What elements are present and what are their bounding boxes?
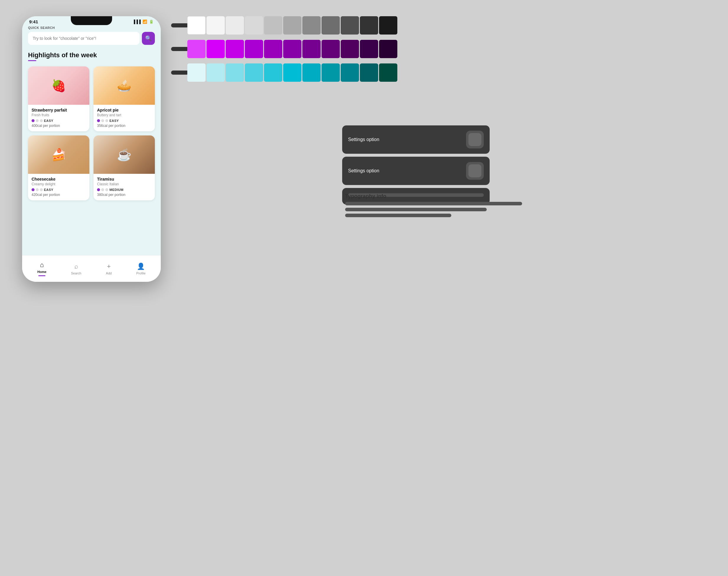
swatch-gray-9[interactable] bbox=[360, 16, 378, 34]
diff-label-4: MEDIUM bbox=[110, 188, 124, 192]
nav-home-label: Home bbox=[37, 270, 47, 273]
swatch-gray-4[interactable] bbox=[264, 16, 282, 34]
search-icon: 🔍 bbox=[145, 35, 152, 41]
home-icon: ⌂ bbox=[40, 261, 44, 269]
diff-dot-empty-8 bbox=[105, 188, 108, 191]
swatch-row-purple bbox=[171, 40, 413, 58]
recipe-card-3[interactable]: 🍰 Cheesecake Creamy delight EASY 420cal … bbox=[28, 136, 89, 200]
info-panel: Typography info bbox=[345, 193, 522, 220]
signal-icon: ▐▐▐ bbox=[132, 20, 141, 24]
recipe-info-2: Apricot pie Buttery and tart EASY 356cal… bbox=[93, 105, 155, 131]
bottom-nav: ⌂ Home ⌕ Search + Add 👤 Profile bbox=[22, 255, 161, 282]
swatch-purple-10[interactable] bbox=[360, 40, 378, 58]
wifi-icon: 📶 bbox=[143, 20, 147, 24]
nav-profile-label: Profile bbox=[136, 271, 145, 275]
swatch-set-teal bbox=[187, 63, 397, 82]
highlights-underline bbox=[28, 60, 36, 61]
settings-row-1[interactable]: Settings option bbox=[342, 125, 490, 154]
settings-row-1-label: Settings option bbox=[348, 137, 466, 142]
swatch-teal-3[interactable] bbox=[226, 63, 244, 82]
diff-dot-empty-3 bbox=[101, 119, 104, 122]
recipe-grid: 🍓 Strawberry parfait Fresh fruits EASY 4… bbox=[28, 66, 155, 200]
swatch-gray-3[interactable] bbox=[245, 16, 263, 34]
phone-body: QUICK SEARCH 🔍 Highlights of the week 🍓 … bbox=[22, 26, 161, 265]
recipe-info-1: Strawberry parfait Fresh fruits EASY 400… bbox=[28, 105, 89, 131]
swatch-track-teal bbox=[171, 70, 189, 75]
swatch-purple-11[interactable] bbox=[379, 40, 397, 58]
swatch-purple-6[interactable] bbox=[283, 40, 301, 58]
toggle-inner-1 bbox=[468, 133, 481, 146]
add-icon: + bbox=[107, 263, 111, 270]
recipe-info-3: Cheesecake Creamy delight EASY 420cal pe… bbox=[28, 174, 89, 200]
search-nav-icon: ⌕ bbox=[74, 263, 78, 270]
recipe-desc-3: Creamy delight bbox=[32, 182, 86, 186]
recipe-cal-2: 356cal per portion bbox=[97, 124, 151, 128]
swatch-teal-7[interactable] bbox=[302, 63, 321, 82]
settings-row-2-label: Settings option bbox=[348, 168, 466, 173]
recipe-difficulty-1: EASY bbox=[32, 119, 86, 122]
phone-mockup: 9:41 ▐▐▐ 📶 🔋 QUICK SEARCH 🔍 Highlights o… bbox=[22, 16, 161, 282]
swatch-purple-7[interactable] bbox=[302, 40, 321, 58]
recipe-card-2[interactable]: 🥧 Apricot pie Buttery and tart EASY 356c… bbox=[93, 66, 155, 131]
battery-icon: 🔋 bbox=[149, 20, 154, 24]
swatch-purple-2[interactable] bbox=[207, 40, 225, 58]
swatch-gray-2[interactable] bbox=[226, 16, 244, 34]
swatch-teal-6[interactable] bbox=[283, 63, 301, 82]
diff-dot-empty-2 bbox=[40, 119, 43, 122]
swatch-gray-6[interactable] bbox=[302, 16, 321, 34]
info-line-2 bbox=[345, 208, 487, 211]
diff-dot-empty-4 bbox=[105, 119, 108, 122]
recipe-desc-1: Fresh fruits bbox=[32, 113, 86, 117]
swatch-teal-10[interactable] bbox=[360, 63, 378, 82]
swatch-purple-9[interactable] bbox=[341, 40, 359, 58]
diff-dot-empty-7 bbox=[101, 188, 104, 191]
toggle-1[interactable] bbox=[466, 131, 484, 148]
swatch-gray-8[interactable] bbox=[341, 16, 359, 34]
search-bar-row: 🔍 bbox=[28, 32, 155, 45]
diff-dot-filled bbox=[32, 119, 34, 122]
search-input[interactable] bbox=[28, 32, 140, 45]
recipe-cal-1: 400cal per portion bbox=[32, 124, 86, 128]
search-button[interactable]: 🔍 bbox=[142, 32, 155, 45]
swatch-black[interactable] bbox=[379, 16, 397, 34]
swatch-gray-5[interactable] bbox=[283, 16, 301, 34]
swatch-track-purple bbox=[171, 47, 189, 51]
recipe-image-2: 🥧 bbox=[93, 66, 155, 105]
swatch-teal-8[interactable] bbox=[322, 63, 340, 82]
recipe-difficulty-2: EASY bbox=[97, 119, 151, 122]
nav-add[interactable]: + Add bbox=[101, 260, 117, 277]
swatch-purple-4[interactable] bbox=[245, 40, 263, 58]
swatch-white[interactable] bbox=[187, 16, 206, 34]
nav-active-bar bbox=[38, 275, 46, 276]
diff-dot-filled-3 bbox=[32, 188, 34, 191]
diff-dot-filled-2 bbox=[97, 119, 100, 122]
swatch-teal-9[interactable] bbox=[341, 63, 359, 82]
nav-search[interactable]: ⌕ Search bbox=[66, 260, 86, 277]
swatch-gray-7[interactable] bbox=[322, 16, 340, 34]
recipe-card-1[interactable]: 🍓 Strawberry parfait Fresh fruits EASY 4… bbox=[28, 66, 89, 131]
swatch-teal-11[interactable] bbox=[379, 63, 397, 82]
swatch-purple-5[interactable] bbox=[264, 40, 282, 58]
color-panel: Settings option Settings option Typograp… bbox=[171, 16, 413, 87]
profile-icon: 👤 bbox=[137, 263, 145, 270]
swatch-gray-1[interactable] bbox=[207, 16, 225, 34]
recipe-card-4[interactable]: ☕ Tiramisu Classic Italian MEDIUM 380cal… bbox=[93, 136, 155, 200]
swatch-teal-5[interactable] bbox=[264, 63, 282, 82]
swatch-purple-1[interactable] bbox=[187, 40, 206, 58]
diff-dot-empty-1 bbox=[36, 119, 39, 122]
toggle-2[interactable] bbox=[466, 162, 484, 180]
diff-dot-filled-4 bbox=[97, 188, 100, 191]
recipe-name-2: Apricot pie bbox=[97, 108, 151, 112]
swatch-purple-3[interactable] bbox=[226, 40, 244, 58]
swatch-teal-1[interactable] bbox=[187, 63, 206, 82]
info-title: Typography info bbox=[345, 193, 522, 200]
status-icons: ▐▐▐ 📶 🔋 bbox=[132, 20, 154, 24]
swatch-purple-8[interactable] bbox=[322, 40, 340, 58]
swatch-track-gray bbox=[171, 23, 189, 27]
swatch-teal-4[interactable] bbox=[245, 63, 263, 82]
swatch-teal-2[interactable] bbox=[207, 63, 225, 82]
settings-row-2[interactable]: Settings option bbox=[342, 157, 490, 185]
info-line-1 bbox=[345, 202, 522, 205]
nav-home[interactable]: ⌂ Home bbox=[33, 259, 51, 279]
nav-profile[interactable]: 👤 Profile bbox=[131, 260, 150, 277]
